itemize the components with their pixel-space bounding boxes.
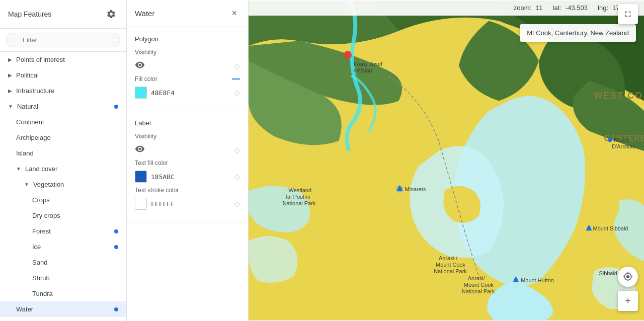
panel-header: Water × [127,0,248,27]
my-location-icon [623,272,633,282]
location-text: Mt Cook, Canterbury, New Zealand [527,29,629,37]
active-dot [114,245,118,249]
text-fill-color-row: 185ABC ◇ [135,171,240,183]
map-container[interactable]: zoom: 11 lat: -43.503 lng: 170.306 Mt Co… [249,0,644,321]
sidebar-item-label: Ice [32,243,114,251]
sidebar-item-water[interactable]: Water [0,301,126,317]
location-button[interactable] [618,267,638,287]
zoom-in-button[interactable]: + [618,291,638,311]
text-fill-color-swatch[interactable] [135,171,147,183]
panel-title: Water [135,9,154,18]
text-stroke-color-value: FFFFFF [151,200,175,208]
sidebar-item-dry-crops[interactable]: Dry crops [0,208,126,223]
text-stroke-label: Text stroke color [135,187,240,194]
sidebar-item-tundra[interactable]: Tundra [0,286,126,301]
sidebar-item-archipelago[interactable]: Archipelago [0,130,126,145]
svg-point-22 [514,278,518,282]
sidebar-item-infrastructure[interactable]: ▶ Infrastructure [0,83,126,99]
sidebar-item-label: Dry crops [32,212,118,219]
zoom-label: zoom: [514,4,531,12]
filter-bar [0,29,126,52]
svg-point-10 [397,187,401,191]
sidebar-item-island[interactable]: Island [0,145,126,161]
map-svg[interactable]: WEST COAST CANTERBURY WEST COAST CANTERB… [249,0,644,321]
eye-icon[interactable] [135,144,145,155]
gear-icon [106,9,116,19]
text-stroke-color-row: FFFFFF ◇ [135,198,240,210]
svg-text:Mount Cook: Mount Cook [436,262,466,268]
minus-line [232,78,240,79]
svg-text:Mount: Mount [614,137,629,143]
sidebar-item-label: Water [16,305,114,313]
svg-text:Aoraki/: Aoraki/ [468,275,486,281]
polygon-visibility-row: ◇ [135,60,240,71]
color-swatch-group[interactable]: 48E8F4 [135,87,175,99]
fill-color-swatch[interactable] [135,87,147,99]
sidebar-item-label: Tundra [32,290,118,297]
svg-point-25 [587,226,591,230]
sidebar-item-sand[interactable]: Sand [0,255,126,270]
sidebar-item-ice[interactable]: Ice [0,239,126,255]
chevron-down-icon: ▼ [16,166,21,172]
sidebar-item-background[interactable]: ▶ Background [0,317,126,321]
sidebar-item-natural[interactable]: ▼ Natural [0,99,126,114]
svg-text:Minarets: Minarets [405,186,426,192]
sidebar-item-points-of-interest[interactable]: ▶ Points of interest [0,52,126,67]
eye-icon[interactable] [135,60,145,71]
sidebar-item-land-cover[interactable]: ▼ Land cover [0,161,126,177]
diamond-icon[interactable]: ◇ [234,200,240,208]
diamond-icon[interactable]: ◇ [234,173,240,181]
chevron-right-icon: ▶ [8,88,12,94]
sidebar-item-label: Shrub [32,274,118,282]
chevron-down-icon: ▼ [24,182,29,187]
fill-color-label: Fill color [135,75,157,83]
lat-label: lat: [553,4,561,12]
chevron-right-icon: ▶ [8,57,12,62]
svg-text:WEST COAST: WEST COAST [594,91,644,101]
sidebar-item-label: Political [16,71,118,79]
sidebar-item-shrub[interactable]: Shrub [0,270,126,286]
sidebar: Map Features ▶ Points of interest ▶ Poli… [0,0,127,321]
text-fill-color-group[interactable]: 185ABC [135,171,175,183]
svg-text:National Park: National Park [283,200,316,206]
svg-text:Aoraki /: Aoraki / [439,255,458,261]
svg-text:Westland: Westland [289,187,311,193]
sidebar-item-political[interactable]: ▶ Political [0,67,126,83]
location-tooltip: Mt Cook, Canterbury, New Zealand [520,24,636,42]
sidebar-item-label: Infrastructure [16,87,118,95]
svg-point-5 [344,51,352,59]
filter-input[interactable] [6,33,120,47]
diamond-icon[interactable]: ◇ [234,62,240,70]
sidebar-header: Map Features [0,0,126,29]
sidebar-item-continent[interactable]: Continent [0,114,126,130]
map-topbar: zoom: 11 lat: -43.503 lng: 170.306 [249,0,644,16]
sidebar-item-label: Crops [32,196,118,204]
svg-text:Sibbald: Sibbald [599,270,617,276]
sidebar-item-label: Forest [32,227,114,235]
zoom-value: 11 [535,4,542,12]
sidebar-item-vegetation[interactable]: ▼ Vegetation [0,177,126,192]
sidebar-item-label: Continent [16,118,118,126]
diamond-icon[interactable]: ◇ [234,146,240,154]
label-visibility-label: Visibility [135,133,240,140]
text-stroke-color-group[interactable]: FFFFFF [135,198,175,210]
label-visibility-row: ◇ [135,144,240,155]
svg-point-29 [608,138,612,142]
svg-text:National Park: National Park [434,268,467,274]
sidebar-item-label: Archipelago [16,134,118,141]
polygon-section: Polygon Visibility ◇ Fill color 48E8F4 ◇ [127,27,248,111]
sidebar-item-label: Sand [32,259,118,266]
settings-button[interactable] [104,7,118,21]
sidebar-title: Map Features [8,10,51,18]
label-section-title: Label [135,119,240,127]
fullscreen-button[interactable] [618,4,638,24]
text-stroke-color-swatch[interactable] [135,198,147,210]
sidebar-item-forest[interactable]: Forest [0,223,126,239]
feature-panel: Water × Polygon Visibility ◇ Fill color … [127,0,249,321]
sidebar-item-crops[interactable]: Crops [0,192,126,208]
plus-icon: + [625,295,631,307]
chevron-right-icon: ▶ [8,72,12,78]
diamond-icon[interactable]: ◇ [234,89,240,97]
close-button[interactable]: × [228,7,240,20]
active-dot [114,229,118,233]
